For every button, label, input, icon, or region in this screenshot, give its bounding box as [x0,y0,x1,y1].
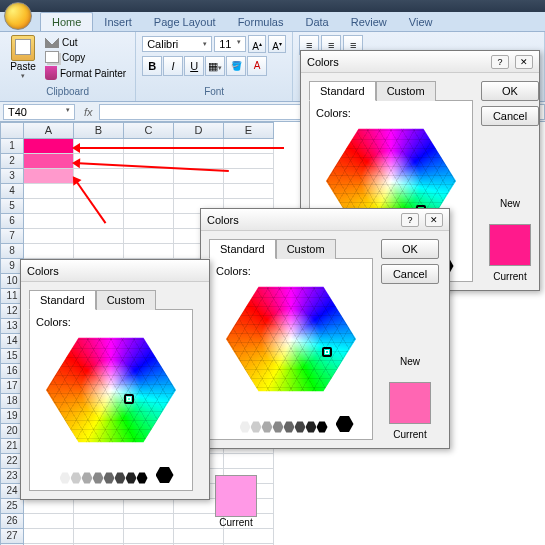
cell[interactable] [24,514,74,529]
cell[interactable] [24,244,74,259]
row-header[interactable]: 4 [0,184,24,199]
custom-tab[interactable]: Custom [376,81,436,101]
office-button[interactable] [4,2,32,30]
colors-label: Colors: [316,107,466,119]
cell[interactable] [174,529,224,544]
font-color-button[interactable]: A [247,56,267,76]
font-size-select[interactable]: 11▾ [214,36,246,52]
italic-button[interactable]: I [163,56,183,76]
cell[interactable] [24,529,74,544]
close-button[interactable]: ✕ [515,55,533,69]
cell[interactable] [124,169,174,184]
col-header[interactable]: C [124,122,174,139]
bold-button[interactable]: B [142,56,162,76]
row-header[interactable]: 8 [0,244,24,259]
cell[interactable] [74,514,124,529]
row-header[interactable]: 3 [0,169,24,184]
cell[interactable] [124,244,174,259]
cell[interactable] [24,499,74,514]
black-swatch[interactable] [336,415,354,433]
cell[interactable] [224,169,274,184]
cell[interactable] [24,214,74,229]
font-name-select[interactable]: Calibri▾ [142,36,212,52]
cancel-button[interactable]: Cancel [381,264,439,284]
row-header[interactable]: 25 [0,499,24,514]
format-painter-button[interactable]: Format Painter [42,65,129,81]
standard-tab[interactable]: Standard [209,239,276,259]
dialog-titlebar[interactable]: Colors ? ✕ [201,209,449,231]
col-header[interactable]: A [24,122,74,139]
cell[interactable] [174,184,224,199]
custom-tab[interactable]: Custom [96,290,156,310]
chevron-down-icon: ▾ [66,106,70,118]
copy-button[interactable]: Copy [42,50,129,64]
cell[interactable] [74,169,124,184]
border-button[interactable]: ▦▾ [205,56,225,76]
cell[interactable] [224,529,274,544]
cancel-button[interactable]: Cancel [481,106,539,126]
grayscale-row[interactable] [229,421,328,433]
cell[interactable] [124,529,174,544]
grow-font-button[interactable]: A▴ [248,35,266,53]
grayscale-row[interactable] [49,472,148,484]
ok-button[interactable]: OK [481,81,539,101]
row-header[interactable]: 7 [0,229,24,244]
ok-button[interactable]: OK [381,239,439,259]
col-header[interactable]: E [224,122,274,139]
paste-icon [11,35,35,61]
cell[interactable] [124,514,174,529]
black-swatch[interactable] [156,466,174,484]
row-header[interactable]: 27 [0,529,24,544]
cell[interactable] [124,184,174,199]
help-button[interactable]: ? [491,55,509,69]
cell[interactable] [124,499,174,514]
col-header[interactable]: B [74,122,124,139]
color-hexagon-picker[interactable] [216,281,366,411]
tab-home[interactable]: Home [40,12,93,31]
cell[interactable] [74,529,124,544]
shrink-font-button[interactable]: A▾ [268,35,286,53]
row-header[interactable]: 1 [0,139,24,154]
tab-data[interactable]: Data [294,13,339,31]
fx-label[interactable]: fx [78,106,99,118]
fill-color-button[interactable]: 🪣 [226,56,246,76]
cell[interactable] [74,499,124,514]
select-all-corner[interactable] [0,122,24,139]
tab-view[interactable]: View [398,13,444,31]
underline-button[interactable]: U [184,56,204,76]
tab-review[interactable]: Review [340,13,398,31]
row-header[interactable]: 5 [0,199,24,214]
cell[interactable] [24,199,74,214]
font-group-label: Font [142,85,286,98]
new-color-swatch [215,475,257,517]
cell[interactable] [224,184,274,199]
cell[interactable] [124,199,174,214]
selected-color-marker [124,394,134,404]
help-button[interactable]: ? [401,213,419,227]
cell[interactable] [24,229,74,244]
col-header[interactable]: D [174,122,224,139]
close-button[interactable]: ✕ [425,213,443,227]
row-header[interactable]: 2 [0,154,24,169]
tab-insert[interactable]: Insert [93,13,143,31]
cell[interactable] [224,154,274,169]
paste-button[interactable]: Paste ▾ [6,35,40,81]
row-header[interactable]: 26 [0,514,24,529]
row-header[interactable]: 6 [0,214,24,229]
cell[interactable] [74,244,124,259]
tab-page-layout[interactable]: Page Layout [143,13,227,31]
dialog-titlebar[interactable]: Colors ? ✕ [301,51,539,73]
dialog-titlebar[interactable]: Colors [21,260,209,282]
cut-button[interactable]: Cut [42,35,129,49]
name-box[interactable]: T40▾ [3,104,75,120]
cell[interactable] [24,184,74,199]
new-label: New [400,356,420,367]
standard-tab[interactable]: Standard [309,81,376,101]
tab-formulas[interactable]: Formulas [227,13,295,31]
custom-tab[interactable]: Custom [276,239,336,259]
cell[interactable] [124,214,174,229]
cell[interactable] [124,229,174,244]
cell[interactable] [74,229,124,244]
standard-tab[interactable]: Standard [29,290,96,310]
color-hexagon-picker[interactable] [36,332,186,462]
